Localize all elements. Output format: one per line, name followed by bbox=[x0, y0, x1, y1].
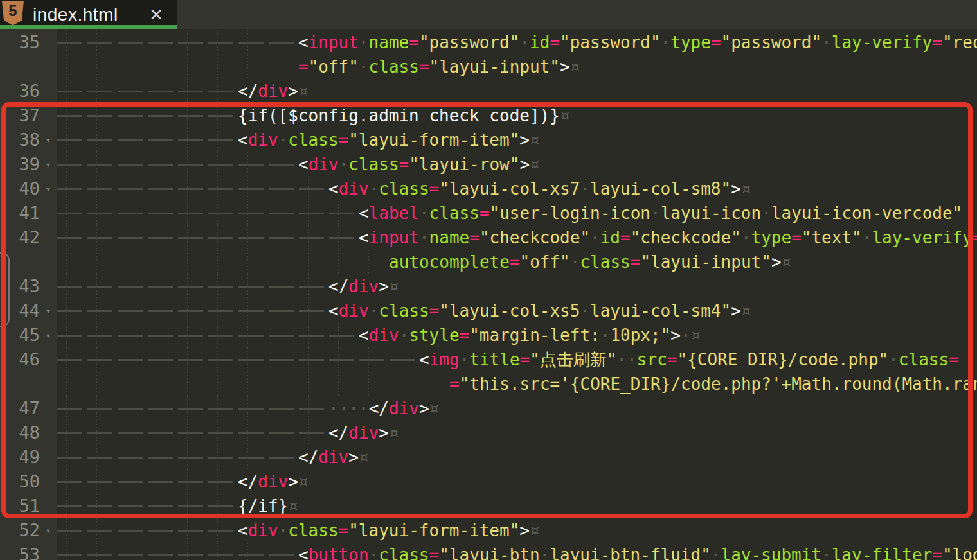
fold-arrow-icon[interactable]: ▾ bbox=[40, 177, 57, 201]
tab-whitespace-marker bbox=[57, 494, 87, 518]
line-number[interactable]: 46 bbox=[0, 347, 40, 372]
tab-whitespace-marker bbox=[238, 177, 268, 201]
wrap-indent bbox=[208, 250, 238, 274]
line-number[interactable]: 41 bbox=[0, 201, 40, 225]
tab-whitespace-marker bbox=[57, 469, 87, 494]
wrap-indent bbox=[238, 55, 268, 79]
code-line-44[interactable]: 44▾<div·class="layui-col-xs5·layui-col-s… bbox=[0, 299, 977, 323]
tab-whitespace-marker bbox=[57, 201, 87, 225]
token: {if([$config.admin_check_code])} bbox=[238, 106, 560, 125]
token: < bbox=[359, 204, 369, 223]
tab-whitespace-marker bbox=[208, 79, 238, 103]
code-line-42[interactable]: 42<input·name="checkcode"·id="checkcode"… bbox=[0, 225, 977, 250]
code-text[interactable]: ="off"·class="layui-input">¤ bbox=[57, 55, 977, 79]
token: title bbox=[469, 350, 519, 369]
tab-whitespace-marker bbox=[117, 469, 147, 494]
code-text[interactable]: ="this.src='{CORE_DIR}/code.php?'+Math.r… bbox=[57, 372, 977, 396]
code-text[interactable]: <button·class="layui-btn·layui-btn-fluid… bbox=[57, 543, 977, 560]
code-line-45[interactable]: 45▾<div·style="margin-left:·10px;">·¤ bbox=[0, 323, 977, 347]
line-number[interactable]: 40 bbox=[0, 177, 40, 201]
code-text[interactable]: </div>¤ bbox=[57, 445, 977, 469]
code-line-48[interactable]: 48</div>¤ bbox=[0, 421, 977, 445]
line-number[interactable]: 51 bbox=[0, 494, 40, 518]
wrap-indent bbox=[238, 250, 268, 274]
code-line-43[interactable]: 43</div>¤ bbox=[0, 274, 977, 299]
code-line-51[interactable]: 51{/if}¤ bbox=[0, 494, 977, 518]
tab-whitespace-marker bbox=[87, 152, 117, 177]
line-number[interactable]: 35 bbox=[0, 30, 40, 55]
fold-arrow-icon[interactable]: ▾ bbox=[40, 299, 57, 323]
code-text[interactable]: </div>¤ bbox=[57, 79, 977, 103]
code-line-40[interactable]: 40▾<div·class="layui-col-xs7·layui-col-s… bbox=[0, 177, 977, 201]
line-number[interactable]: 47 bbox=[0, 396, 40, 421]
token: ¤ bbox=[288, 496, 298, 516]
line-number[interactable]: 50 bbox=[0, 469, 40, 494]
code-text[interactable]: ····</div>¤ bbox=[57, 396, 977, 421]
code-text[interactable]: <img·title="点击刷新"··src="{CORE_DIR}/code.… bbox=[57, 347, 977, 372]
code-line-wrap[interactable]: ="off"·class="layui-input">¤ bbox=[0, 55, 977, 79]
code-line-39[interactable]: 39▾<div·class="layui-row">¤ bbox=[0, 152, 977, 177]
code-line-wrap[interactable]: autocomplete="off"·class="layui-input">¤ bbox=[0, 250, 977, 274]
line-number[interactable]: 36 bbox=[0, 79, 40, 103]
code-line-46[interactable]: 46<img·title="点击刷新"··src="{CORE_DIR}/cod… bbox=[0, 347, 977, 372]
token: = bbox=[973, 228, 977, 247]
code-text[interactable]: </div>¤ bbox=[57, 274, 977, 299]
code-text[interactable]: <input·name="password"·id="password"·typ… bbox=[57, 30, 977, 55]
tab-whitespace-marker bbox=[177, 396, 208, 421]
tab-whitespace-marker bbox=[57, 225, 87, 250]
code-text[interactable]: <div·class="layui-col-xs7·layui-col-sm8"… bbox=[57, 177, 977, 201]
code-text[interactable]: autocomplete="off"·class="layui-input">¤ bbox=[57, 250, 977, 274]
line-number[interactable]: 48 bbox=[0, 421, 40, 445]
fold-arrow-icon[interactable]: ▾ bbox=[40, 128, 57, 152]
code-text[interactable]: <div·class="layui-form-item">¤ bbox=[57, 128, 977, 152]
code-line-38[interactable]: 38▾<div·class="layui-form-item">¤ bbox=[0, 128, 977, 152]
code-text[interactable]: </div>¤ bbox=[57, 469, 977, 494]
code-line-wrap[interactable]: ="this.src='{CORE_DIR}/code.php?'+Math.r… bbox=[0, 372, 977, 396]
token: "layui-form-item" bbox=[348, 130, 519, 150]
code-text[interactable]: {if([$config.admin_check_code])}¤ bbox=[57, 103, 977, 128]
wrap-indent bbox=[87, 250, 117, 274]
line-number[interactable]: 52 bbox=[0, 518, 40, 543]
screen-edge-drawer-handle[interactable] bbox=[0, 252, 10, 327]
code-line-41[interactable]: 41<label·class="user-login-icon·layui-ic… bbox=[0, 201, 977, 225]
code-text[interactable]: <div·class="layui-form-item">¤ bbox=[57, 518, 977, 543]
code-line-53[interactable]: 53<button·class="layui-btn·layui-btn-flu… bbox=[0, 543, 977, 560]
line-number[interactable]: 42 bbox=[0, 225, 40, 250]
tab-whitespace-marker bbox=[87, 518, 117, 543]
wrap-indent bbox=[87, 372, 117, 396]
code-line-49[interactable]: 49</div>¤ bbox=[0, 445, 977, 469]
code-text[interactable]: {/if}¤ bbox=[57, 494, 977, 518]
line-number[interactable]: 49 bbox=[0, 445, 40, 469]
code-text[interactable]: <div·class="layui-col-xs5·layui-col-sm4"… bbox=[57, 299, 977, 323]
token: div bbox=[309, 155, 339, 174]
code-line-36[interactable]: 36</div>¤ bbox=[0, 79, 977, 103]
code-line-50[interactable]: 50</div>¤ bbox=[0, 469, 977, 494]
tab-whitespace-marker bbox=[268, 225, 298, 250]
fold-arrow-icon[interactable]: ▾ bbox=[40, 518, 57, 543]
line-number[interactable]: 45 bbox=[0, 323, 40, 347]
fold-arrow-icon[interactable]: ▾ bbox=[40, 323, 57, 347]
tab-index-html[interactable]: 5 index.html ✕ bbox=[0, 0, 177, 29]
tab-close-icon[interactable]: ✕ bbox=[149, 6, 163, 23]
token: · bbox=[741, 228, 751, 247]
line-number[interactable]: 38 bbox=[0, 128, 40, 152]
token: ¤ bbox=[530, 521, 540, 540]
code-line-37[interactable]: 37{if([$config.admin_check_code])}¤ bbox=[0, 103, 977, 128]
token: "点击刷新" bbox=[530, 350, 616, 369]
code-text[interactable]: <input·name="checkcode"·id="checkcode"·t… bbox=[57, 225, 977, 250]
line-number[interactable]: 53 bbox=[0, 543, 40, 560]
tab-whitespace-marker bbox=[208, 469, 238, 494]
code-line-47[interactable]: 47····</div>¤ bbox=[0, 396, 977, 421]
code-text[interactable]: <div·class="layui-row">¤ bbox=[57, 152, 977, 177]
code-text[interactable]: <div·style="margin-left:·10px;">·¤ bbox=[57, 323, 977, 347]
fold-arrow-icon[interactable]: ▾ bbox=[40, 152, 57, 177]
code-text[interactable]: </div>¤ bbox=[57, 421, 977, 445]
code-editor[interactable]: 35<input·name="password"·id="password"·t… bbox=[0, 29, 977, 560]
code-line-52[interactable]: 52▾<div·class="layui-form-item">¤ bbox=[0, 518, 977, 543]
token: layui-icon-vercode" bbox=[771, 204, 962, 223]
code-text[interactable]: <label·class="user-login-icon·layui-icon… bbox=[57, 201, 977, 225]
line-number[interactable]: 39 bbox=[0, 152, 40, 177]
token: > bbox=[419, 399, 429, 418]
code-line-35[interactable]: 35<input·name="password"·id="password"·t… bbox=[0, 30, 977, 55]
line-number[interactable]: 37 bbox=[0, 103, 40, 128]
